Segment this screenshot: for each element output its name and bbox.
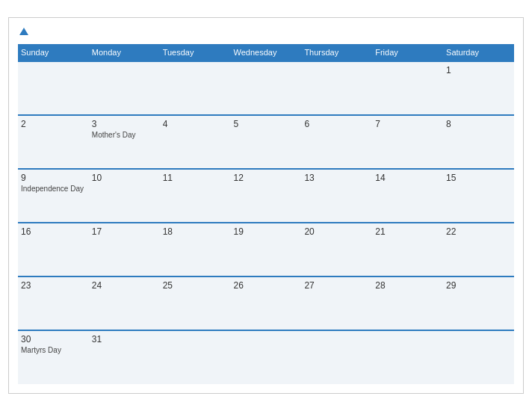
day-number: 23 (21, 280, 86, 291)
day-cell (372, 61, 443, 115)
calendar-header (18, 25, 514, 39)
logo-triangle-icon (19, 28, 28, 35)
day-number: 25 (163, 280, 228, 291)
day-number: 29 (446, 280, 511, 291)
day-cell (160, 330, 231, 384)
day-number: 16 (21, 226, 86, 237)
day-number: 6 (304, 119, 369, 129)
day-number: 27 (304, 280, 369, 291)
day-cell: 12 (231, 169, 302, 223)
day-number: 8 (446, 119, 511, 129)
day-cell (231, 330, 302, 384)
day-number: 5 (234, 119, 299, 129)
day-number: 17 (92, 226, 157, 237)
day-cell: 11 (160, 169, 231, 223)
day-cell: 25 (160, 276, 231, 330)
day-cell (443, 330, 514, 384)
day-number: 10 (92, 173, 157, 183)
week-row-2: 9Independence Day101112131415 (18, 169, 514, 223)
day-number: 3 (92, 119, 157, 129)
weekday-header-row: SundayMondayTuesdayWednesdayThursdayFrid… (18, 44, 514, 61)
day-cell: 9Independence Day (18, 169, 89, 223)
day-number: 18 (163, 226, 228, 237)
day-cell: 14 (372, 169, 443, 223)
weekday-header-sunday: Sunday (18, 44, 89, 61)
day-number: 13 (304, 173, 369, 183)
day-cell (89, 61, 160, 115)
weekday-header-wednesday: Wednesday (231, 44, 302, 61)
holiday-label: Mother's Day (92, 131, 157, 139)
day-cell: 18 (160, 223, 231, 276)
day-number: 14 (375, 173, 440, 183)
day-cell: 31 (89, 330, 160, 384)
weekday-header-saturday: Saturday (443, 44, 514, 61)
logo-blue-text (18, 25, 28, 39)
week-row-0: 1 (18, 61, 514, 115)
day-cell: 28 (372, 276, 443, 330)
day-cell: 6 (301, 115, 372, 169)
day-number: 30 (21, 334, 86, 344)
day-cell: 1 (443, 61, 514, 115)
day-cell: 8 (443, 115, 514, 169)
logo (18, 25, 28, 39)
day-cell (301, 330, 372, 384)
day-number: 20 (304, 226, 369, 237)
day-cell (18, 61, 89, 115)
day-number: 22 (446, 226, 511, 237)
calendar-container: SundayMondayTuesdayWednesdayThursdayFrid… (8, 17, 524, 395)
day-number: 9 (21, 173, 86, 183)
day-number: 7 (375, 119, 440, 129)
holiday-label: Martyrs Day (21, 346, 86, 354)
day-cell: 2 (18, 115, 89, 169)
day-number: 26 (234, 280, 299, 291)
weekday-header-thursday: Thursday (301, 44, 372, 61)
day-number: 21 (375, 226, 440, 237)
day-cell: 7 (372, 115, 443, 169)
calendar-grid: SundayMondayTuesdayWednesdayThursdayFrid… (18, 44, 514, 384)
day-cell: 21 (372, 223, 443, 276)
day-cell: 10 (89, 169, 160, 223)
week-row-5: 30Martyrs Day31 (18, 330, 514, 384)
day-cell: 22 (443, 223, 514, 276)
week-row-3: 16171819202122 (18, 223, 514, 276)
day-cell (231, 61, 302, 115)
day-cell: 23 (18, 276, 89, 330)
day-cell (160, 61, 231, 115)
day-number: 15 (446, 173, 511, 183)
day-number: 4 (163, 119, 228, 129)
weekday-header-friday: Friday (372, 44, 443, 61)
day-cell (301, 61, 372, 115)
day-cell: 17 (89, 223, 160, 276)
day-number: 12 (234, 173, 299, 183)
day-cell: 5 (231, 115, 302, 169)
weekday-header-tuesday: Tuesday (160, 44, 231, 61)
day-cell: 19 (231, 223, 302, 276)
day-number: 1 (446, 65, 511, 75)
day-cell: 15 (443, 169, 514, 223)
day-cell: 29 (443, 276, 514, 330)
day-number: 2 (21, 119, 86, 129)
day-cell: 24 (89, 276, 160, 330)
day-cell: 20 (301, 223, 372, 276)
day-cell: 3Mother's Day (89, 115, 160, 169)
day-number: 24 (92, 280, 157, 291)
day-number: 28 (375, 280, 440, 291)
holiday-label: Independence Day (21, 185, 86, 193)
day-cell: 4 (160, 115, 231, 169)
day-number: 31 (92, 334, 157, 344)
week-row-1: 23Mother's Day45678 (18, 115, 514, 169)
day-cell: 13 (301, 169, 372, 223)
day-cell: 30Martyrs Day (18, 330, 89, 384)
day-cell: 16 (18, 223, 89, 276)
day-cell: 26 (231, 276, 302, 330)
day-cell: 27 (301, 276, 372, 330)
day-number: 19 (234, 226, 299, 237)
day-number: 11 (163, 173, 228, 183)
weekday-header-monday: Monday (89, 44, 160, 61)
day-cell (372, 330, 443, 384)
week-row-4: 23242526272829 (18, 276, 514, 330)
